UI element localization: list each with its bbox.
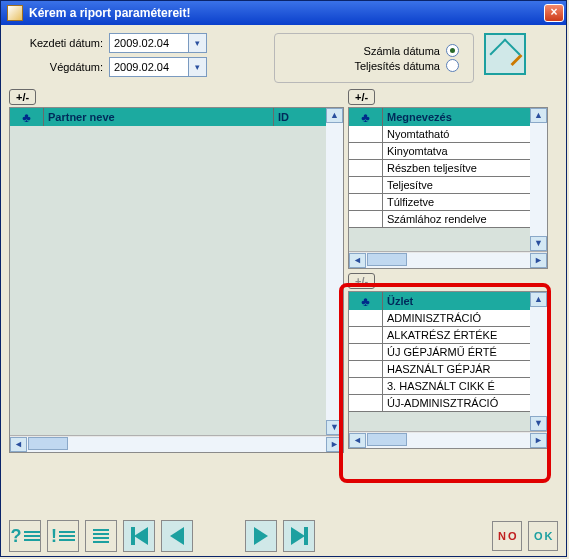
col-megnevezes[interactable]: Megnevezés — [383, 108, 547, 126]
toolbar: ? ! N O O K — [1, 516, 566, 556]
plusminus-right2-button[interactable]: +/- — [348, 273, 375, 289]
chevron-down-icon[interactable]: ▾ — [189, 57, 207, 77]
info-button[interactable]: ! — [47, 520, 79, 552]
edit-button[interactable] — [484, 33, 526, 75]
table-row[interactable]: ALKATRÉSZ ÉRTÉKE — [349, 327, 547, 344]
status-table-body: NyomtathatóKinyomtatvaRészben teljesítve… — [349, 126, 547, 251]
uzlet-table-hscroll[interactable]: ◄► — [349, 431, 547, 448]
partner-table-body — [10, 126, 343, 435]
uzlet-table-body: ADMINISZTRÁCIÓALKATRÉSZ ÉRTÉKEÚJ GÉPJÁRM… — [349, 310, 547, 431]
col-uzlet[interactable]: Üzlet — [383, 292, 547, 310]
table-row[interactable]: ÚJ GÉPJÁRMŰ ÉRTÉ — [349, 344, 547, 361]
club-icon: ♣ — [22, 110, 31, 125]
radio-invoice-date[interactable] — [446, 44, 459, 57]
plusminus-right1-button[interactable]: +/- — [348, 89, 375, 105]
last-button[interactable] — [283, 520, 315, 552]
table-row[interactable]: Számlához rendelve — [349, 211, 547, 228]
window-icon — [7, 5, 23, 21]
end-date-label: Végdátum: — [9, 61, 109, 73]
table-row[interactable]: Teljesítve — [349, 177, 547, 194]
titlebar[interactable]: Kérem a riport paramétereit! × — [1, 1, 566, 25]
close-icon[interactable]: × — [544, 4, 564, 22]
status-table-header: ♣ Megnevezés — [349, 108, 547, 126]
club-icon: ♣ — [361, 110, 370, 125]
list-button[interactable] — [85, 520, 117, 552]
chevron-down-icon[interactable]: ▾ — [189, 33, 207, 53]
table-row[interactable]: Részben teljesítve — [349, 160, 547, 177]
partner-table-hscroll[interactable]: ◄ ► — [10, 435, 343, 452]
date-fields: Kezdeti dátum: ▾ Végdátum: ▾ — [9, 33, 244, 83]
uzlet-table-header: ♣ Üzlet — [349, 292, 547, 310]
first-button[interactable] — [123, 520, 155, 552]
table-row[interactable]: Túlfizetve — [349, 194, 547, 211]
end-date-input[interactable] — [109, 57, 189, 77]
col-partner-name[interactable]: Partner neve — [44, 108, 274, 126]
table-row[interactable]: Kinyomtatva — [349, 143, 547, 160]
table-row[interactable]: ADMINISZTRÁCIÓ — [349, 310, 547, 327]
status-table-hscroll[interactable]: ◄► — [349, 251, 547, 268]
radio-fulfillment-date[interactable] — [446, 59, 459, 72]
ok-button[interactable]: O K — [528, 521, 558, 551]
radio-invoice-date-label: Számla dátuma — [289, 45, 446, 57]
partner-table-header: ♣ Partner neve ID — [10, 108, 343, 126]
no-button[interactable]: N O — [492, 521, 522, 551]
table-row[interactable]: HASZNÁLT GÉPJÁR — [349, 361, 547, 378]
prev-button[interactable] — [161, 520, 193, 552]
radio-fulfillment-date-label: Teljesítés dátuma — [289, 60, 446, 72]
table-row[interactable]: ÚJ-ADMINISZTRÁCIÓ — [349, 395, 547, 412]
table-row[interactable]: Nyomtatható — [349, 126, 547, 143]
next-button[interactable] — [245, 520, 277, 552]
start-date-label: Kezdeti dátum: — [9, 37, 109, 49]
date-type-group: Számla dátuma Teljesítés dátuma — [274, 33, 474, 83]
help-button[interactable]: ? — [9, 520, 41, 552]
plusminus-left-button[interactable]: +/- — [9, 89, 36, 105]
club-icon: ♣ — [361, 294, 370, 309]
window-title: Kérem a riport paramétereit! — [29, 6, 190, 20]
table-row[interactable]: 3. HASZNÁLT CIKK É — [349, 378, 547, 395]
start-date-input[interactable] — [109, 33, 189, 53]
